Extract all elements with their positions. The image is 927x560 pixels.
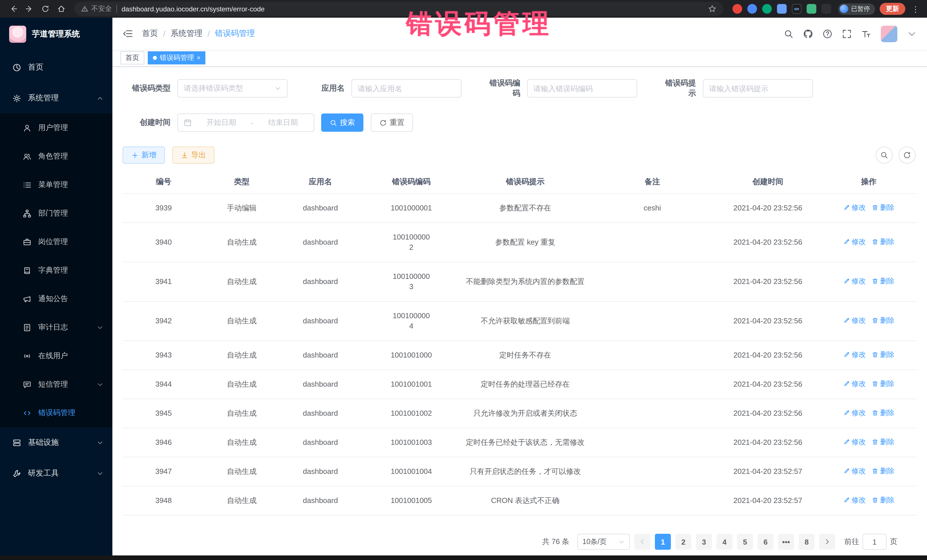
browser-reload-button[interactable]	[38, 2, 53, 16]
tab-error-code[interactable]: 错误码管理×	[148, 51, 206, 64]
app-name-input[interactable]	[351, 79, 462, 97]
edit-button[interactable]: 修改	[843, 237, 866, 247]
cell-remark	[590, 486, 715, 515]
avatar[interactable]	[881, 25, 897, 42]
sidebar-item-user[interactable]: 用户管理	[0, 114, 112, 142]
extension-icon-switch[interactable]: on	[792, 4, 801, 14]
search-icon[interactable]	[784, 29, 793, 38]
breadcrumb-item[interactable]: 系统管理	[170, 29, 202, 39]
delete-button[interactable]: 删除	[872, 202, 895, 213]
sidebar-item-post[interactable]: 岗位管理	[0, 228, 112, 256]
sidebar-item-home[interactable]: 首页	[0, 52, 112, 83]
edit-button[interactable]: 修改	[843, 202, 866, 213]
next-page-button[interactable]	[819, 534, 835, 550]
date-range-picker[interactable]: 开始日期 - 结束日期	[178, 114, 314, 132]
address-bar[interactable]: 不安全 dashboard.yudao.iocoder.cn/system/er…	[74, 2, 723, 16]
sidebar-item-infrastructure[interactable]: 基础设施	[0, 427, 112, 458]
extension-icon-green[interactable]	[762, 4, 772, 14]
github-icon[interactable]	[803, 29, 813, 38]
column-header: 操作	[821, 170, 917, 194]
browser-forward-button[interactable]	[22, 2, 36, 16]
edit-button[interactable]: 修改	[843, 276, 866, 286]
page-button-2[interactable]: 2	[675, 534, 691, 550]
close-icon[interactable]: ×	[197, 55, 201, 61]
pager-more[interactable]: •••	[778, 534, 794, 550]
show-search-button[interactable]	[876, 147, 893, 164]
page-size-select[interactable]: 10条/页	[577, 534, 630, 550]
sidebar-item-error-code[interactable]: 错误码管理	[0, 399, 112, 427]
app-logo-row[interactable]: 芋道管理系统	[0, 18, 112, 51]
edit-button[interactable]: 修改	[843, 379, 866, 389]
edit-button[interactable]: 修改	[843, 495, 866, 505]
tab-home[interactable]: 首页	[120, 51, 144, 64]
page-button-1[interactable]: 1	[655, 534, 671, 550]
goto-page-input[interactable]	[863, 534, 886, 550]
help-icon[interactable]	[823, 29, 832, 38]
cell-message: 参数配置不存在	[461, 194, 590, 223]
delete-icon	[872, 439, 878, 445]
page-button-4[interactable]: 4	[716, 534, 732, 550]
search-button[interactable]: 搜索	[321, 114, 363, 132]
filter-item-time: 创建时间 开始日期 - 结束日期	[123, 114, 314, 132]
fullscreen-icon[interactable]	[842, 29, 852, 38]
sidebar-item-role[interactable]: 角色管理	[0, 142, 112, 170]
edit-button[interactable]: 修改	[843, 349, 866, 360]
font-size-icon[interactable]	[862, 29, 871, 38]
sidebar-toggle-button[interactable]	[112, 18, 142, 50]
edit-icon	[843, 439, 850, 445]
edit-button[interactable]: 修改	[843, 437, 866, 447]
delete-button[interactable]: 删除	[872, 237, 895, 247]
extension-icon-blue[interactable]	[747, 4, 757, 14]
browser-update-button[interactable]: 更新	[880, 3, 905, 15]
sidebar-item-sms[interactable]: 短信管理	[0, 370, 112, 399]
browser-home-button[interactable]	[54, 2, 68, 16]
delete-button[interactable]: 删除	[872, 495, 895, 505]
error-message-input[interactable]	[703, 79, 813, 97]
browser-menu-button[interactable]: ⋮	[910, 4, 921, 14]
edit-button[interactable]: 修改	[843, 408, 866, 418]
profile-paused-chip[interactable]: 已暂停	[838, 3, 875, 15]
add-button[interactable]: 新增	[123, 147, 165, 164]
extension-icon-leaf[interactable]	[807, 4, 816, 14]
export-button[interactable]: 导出	[172, 147, 214, 164]
page-button-6[interactable]: 6	[758, 534, 774, 550]
delete-button[interactable]: 删除	[872, 408, 895, 418]
sidebar-item-audit-log[interactable]: 审计日志	[0, 313, 112, 341]
breadcrumb-item[interactable]: 首页	[142, 29, 158, 39]
page-button-8[interactable]: 8	[799, 534, 815, 550]
extension-icon-monkey[interactable]	[821, 4, 831, 14]
reset-button[interactable]: 重置	[371, 114, 413, 132]
delete-button[interactable]: 删除	[872, 379, 895, 389]
delete-button[interactable]: 删除	[872, 437, 895, 447]
sidebar-item-system[interactable]: 系统管理	[0, 83, 112, 114]
error-code-input[interactable]	[527, 79, 637, 97]
reload-icon	[41, 5, 49, 13]
delete-button[interactable]: 删除	[872, 466, 895, 476]
sidebar-item-online-users[interactable]: 在线用户	[0, 341, 112, 370]
chevron-down-icon[interactable]	[907, 29, 917, 38]
edit-button[interactable]: 修改	[843, 316, 866, 326]
cell-actions: 修改删除	[821, 341, 917, 370]
sidebar-item-notice[interactable]: 通知公告	[0, 285, 112, 313]
page-button-5[interactable]: 5	[737, 534, 753, 550]
calendar-icon	[184, 118, 191, 127]
delete-button[interactable]: 删除	[872, 316, 895, 326]
page-button-3[interactable]: 3	[696, 534, 712, 550]
extension-icon-grid[interactable]	[777, 4, 787, 14]
browser-back-button[interactable]	[6, 2, 21, 16]
extension-icon-red[interactable]	[732, 4, 742, 14]
refresh-table-button[interactable]	[898, 147, 916, 164]
delete-button[interactable]: 删除	[872, 349, 895, 360]
sidebar-item-dict[interactable]: 字典管理	[0, 256, 112, 285]
sidebar-item-dev-tools[interactable]: 研发工具	[0, 458, 112, 489]
table-row: 3942自动生成dashboard100100000 4不允许获取敏感配置到前端…	[123, 301, 917, 341]
cell-type: 自动生成	[205, 262, 279, 301]
edit-button[interactable]: 修改	[843, 466, 866, 476]
security-indicator[interactable]: 不安全	[81, 4, 112, 14]
error-type-select[interactable]: 请选择错误码类型	[178, 79, 287, 97]
sidebar-item-menu[interactable]: 菜单管理	[0, 170, 112, 199]
bookmark-star-icon[interactable]	[708, 5, 716, 13]
prev-page-button[interactable]	[634, 534, 650, 550]
sidebar-item-dept[interactable]: 部门管理	[0, 199, 112, 228]
delete-button[interactable]: 删除	[872, 276, 895, 286]
